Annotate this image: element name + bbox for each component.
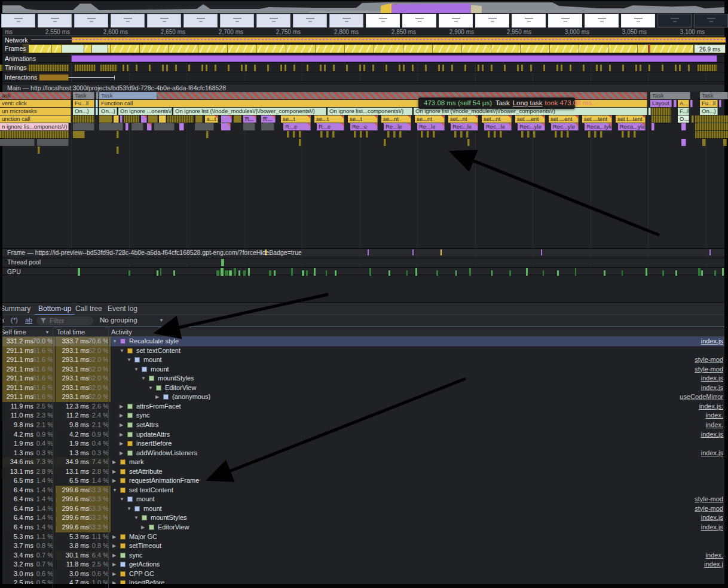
table-row[interactable]: 6.4 ms1.4 %299.6 ms63.3 %▼set textConten… [2,486,724,495]
flame-block[interactable] [159,115,166,123]
column-divider[interactable] [108,327,109,588]
table-row[interactable]: 3.4 ms0.7 %30.1 ms6.4 %▶syncindex. [2,551,724,560]
expand-icon[interactable]: ▶ [120,430,123,440]
collapse-icon[interactable]: ▼ [127,355,131,365]
flame-block[interactable]: Re...e [350,123,378,130]
expand-icon[interactable]: ▶ [141,523,145,532]
table-row[interactable]: 6.4 ms1.4 %299.6 ms63.3 %▼mountstyle-mod [2,504,724,514]
flame-block[interactable] [148,115,158,123]
collapse-icon[interactable]: ▼ [134,365,139,374]
flame-block[interactable] [73,115,94,123]
expand-icon[interactable]: ▶ [112,578,116,584]
expand-icon[interactable]: ▶ [120,449,123,458]
flame-block[interactable]: se...t [314,115,344,123]
filmstrip-thumbnail[interactable] [475,14,509,28]
flame-block[interactable] [234,115,241,123]
filmstrip-thumbnail[interactable] [657,14,692,28]
source-link[interactable]: index.js [701,513,723,523]
match-case-icon[interactable]: a [2,316,4,324]
frames-partial-strip-2[interactable] [650,44,694,53]
flame-block[interactable]: A... [678,100,689,107]
collapse-icon[interactable]: ▼ [112,486,117,495]
flame-block[interactable]: Rec...le [451,123,478,130]
flame-block[interactable] [154,123,175,130]
filmstrip-thumbnail[interactable] [439,14,473,28]
column-divider[interactable] [53,327,53,588]
expand-icon[interactable]: ▶ [120,411,123,421]
source-link[interactable]: style-mod [695,355,723,365]
source-link[interactable]: style-mod [695,495,723,504]
flame-block[interactable]: set...nt [448,115,478,123]
flame-block[interactable] [690,100,693,107]
flame-block[interactable] [114,115,119,123]
source-link[interactable]: style-mod [695,504,723,514]
table-row[interactable]: 6.4 ms1.4 %299.6 ms63.3 %▼mountStylesind… [2,513,724,523]
flame-block[interactable]: R...e [283,123,311,130]
collapse-icon[interactable]: ▼ [134,513,139,523]
expand-icon[interactable]: ▶ [120,421,123,430]
grouping-select[interactable]: No grouping [100,316,137,324]
main-thread-header[interactable]: Main — http://localhost:3000/projects/bd… [2,84,724,92]
flame-block[interactable] [719,100,721,107]
flame-block[interactable]: Task [99,92,157,99]
filmstrip-thumbnail[interactable] [621,14,655,28]
flame-block[interactable]: Layout [650,100,672,107]
flame-block[interactable]: Reca...tyle [585,123,612,130]
table-row[interactable]: 291.1 ms61.6 %293.1 ms62.0 %▼mountStyles… [2,374,724,383]
flame-block[interactable] [674,100,677,107]
source-link[interactable]: index.js [701,337,723,346]
filmstrip-thumbnail[interactable] [256,14,290,28]
flame-block[interactable]: set...nt [482,115,512,123]
flame-block[interactable] [99,115,112,123]
source-link[interactable]: style-mod [695,365,723,374]
flame-block[interactable] [37,139,69,146]
expand-icon[interactable]: ▶ [112,458,116,467]
table-row[interactable]: 9.8 ms2.1 %9.8 ms2.1 %▶setAttrsindex. [2,421,724,430]
flame-block[interactable]: R... [243,115,256,123]
table-row[interactable]: 13.1 ms2.8 %13.1 ms2.8 %▶setAttribute [2,467,724,477]
source-link[interactable]: index.js [701,374,723,383]
flame-block[interactable] [195,115,203,123]
flame-block[interactable]: ask [0,92,71,99]
collapse-icon[interactable]: ▼ [127,504,131,514]
flame-block[interactable]: On...) [99,108,117,115]
overview-scroll-indicator[interactable] [309,11,381,13]
flame-block[interactable]: se...nt [415,115,445,123]
flame-block[interactable]: se...t [348,115,378,123]
flame-block[interactable]: set ...tent [582,115,612,123]
flame-block[interactable] [695,131,728,138]
match-word-icon[interactable]: ab [25,316,32,324]
flame-block[interactable] [99,123,123,130]
filmstrip-thumbnail[interactable] [38,14,72,28]
table-row[interactable]: 11.0 ms2.3 %11.2 ms2.4 %▶syncindex. [2,411,724,421]
table-row[interactable]: 11.9 ms2.5 %12.3 ms2.6 %▶attrsFromFaceti… [2,402,724,412]
flame-block[interactable] [681,139,686,146]
flame-block[interactable] [38,147,40,154]
table-row[interactable]: 291.1 ms61.6 %293.1 ms62.0 %▼mountstyle-… [2,365,724,374]
collapse-icon[interactable]: ▼ [120,346,124,356]
flame-block[interactable]: On ignore list (\/node_modules\/|\/bower… [173,108,326,115]
table-row[interactable]: 291.1 ms61.6 %293.1 ms62.0 %▼mountstyle-… [2,355,724,365]
tab-event-log[interactable]: Event log [104,303,141,315]
good-frame-block[interactable] [62,44,84,53]
flame-block[interactable] [124,115,139,123]
tab-call-tree[interactable]: Call tree [72,303,106,315]
flame-block[interactable] [702,139,706,146]
animation-bar[interactable] [71,55,717,62]
expand-icon[interactable]: ▶ [112,532,116,542]
frame-section-header[interactable]: Frame — https://id-preview--bd53fd9d-728… [2,248,724,256]
filmstrip-thumbnail[interactable] [183,14,218,28]
tooltip-long-task-link[interactable]: Long task [513,99,543,106]
source-link[interactable]: index.js [701,430,723,440]
expand-icon[interactable]: ▶ [120,402,123,412]
filmstrip-thumbnail[interactable] [512,14,546,28]
flame-block[interactable]: Rec...le [484,123,512,130]
flame-block[interactable] [96,108,98,115]
filmstrip-thumbnail[interactable] [74,14,108,28]
flame-block[interactable] [651,108,671,115]
flame-block[interactable] [167,115,194,123]
flame-block[interactable] [131,123,143,130]
source-link[interactable]: index. [706,551,723,560]
flame-block[interactable] [73,123,94,130]
flame-block[interactable]: On ignore list...components\/) [328,108,412,115]
